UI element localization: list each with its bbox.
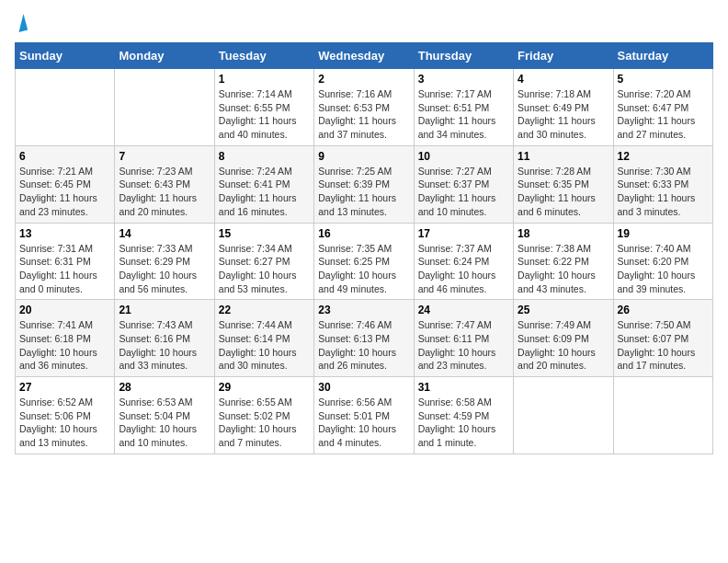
day-info: Sunrise: 7:27 AM Sunset: 6:37 PM Dayligh… — [418, 165, 509, 219]
day-number: 14 — [119, 227, 210, 240]
calendar-cell: 27Sunrise: 6:52 AM Sunset: 5:06 PM Dayli… — [16, 377, 115, 454]
calendar-cell — [613, 377, 712, 454]
day-number: 18 — [518, 227, 609, 240]
day-info: Sunrise: 7:35 AM Sunset: 6:25 PM Dayligh… — [318, 242, 409, 296]
calendar-cell: 15Sunrise: 7:34 AM Sunset: 6:27 PM Dayli… — [214, 223, 313, 300]
day-number: 10 — [418, 150, 509, 163]
calendar-cell: 16Sunrise: 7:35 AM Sunset: 6:25 PM Dayli… — [314, 223, 414, 300]
day-info: Sunrise: 6:56 AM Sunset: 5:01 PM Dayligh… — [318, 396, 409, 450]
day-number: 4 — [518, 73, 609, 86]
day-number: 26 — [618, 304, 709, 316]
logo-text — [15, 15, 26, 31]
day-number: 1 — [219, 73, 310, 86]
day-info: Sunrise: 7:47 AM Sunset: 6:11 PM Dayligh… — [418, 318, 509, 373]
calendar-cell: 26Sunrise: 7:50 AM Sunset: 6:07 PM Dayli… — [613, 300, 712, 377]
day-info: Sunrise: 7:18 AM Sunset: 6:49 PM Dayligh… — [518, 87, 609, 142]
calendar-cell: 22Sunrise: 7:44 AM Sunset: 6:14 PM Dayli… — [214, 300, 313, 377]
day-info: Sunrise: 6:53 AM Sunset: 5:04 PM Dayligh… — [119, 396, 210, 450]
day-info: Sunrise: 7:37 AM Sunset: 6:24 PM Dayligh… — [418, 242, 509, 296]
day-info: Sunrise: 7:24 AM Sunset: 6:41 PM Dayligh… — [219, 165, 310, 219]
calendar-cell: 11Sunrise: 7:28 AM Sunset: 6:35 PM Dayli… — [514, 145, 613, 223]
day-info: Sunrise: 7:16 AM Sunset: 6:53 PM Dayligh… — [318, 87, 409, 142]
calendar-week-row: 27Sunrise: 6:52 AM Sunset: 5:06 PM Dayli… — [16, 377, 713, 454]
calendar-cell: 13Sunrise: 7:31 AM Sunset: 6:31 PM Dayli… — [16, 223, 115, 300]
calendar-cell: 19Sunrise: 7:40 AM Sunset: 6:20 PM Dayli… — [613, 223, 712, 300]
day-info: Sunrise: 7:50 AM Sunset: 6:07 PM Dayligh… — [618, 318, 709, 373]
calendar-table: SundayMondayTuesdayWednesdayThursdayFrid… — [15, 42, 713, 454]
day-number: 13 — [19, 227, 110, 240]
calendar-cell: 7Sunrise: 7:23 AM Sunset: 6:43 PM Daylig… — [115, 145, 214, 223]
day-number: 29 — [219, 381, 310, 394]
day-info: Sunrise: 6:55 AM Sunset: 5:02 PM Dayligh… — [219, 396, 310, 450]
weekday-header: Tuesday — [214, 43, 313, 69]
day-number: 27 — [19, 381, 110, 394]
calendar-cell: 18Sunrise: 7:38 AM Sunset: 6:22 PM Dayli… — [514, 223, 613, 300]
day-number: 3 — [418, 73, 509, 86]
day-number: 7 — [119, 150, 210, 163]
day-number: 28 — [119, 381, 210, 394]
calendar-cell: 1Sunrise: 7:14 AM Sunset: 6:55 PM Daylig… — [214, 69, 313, 146]
calendar-cell: 29Sunrise: 6:55 AM Sunset: 5:02 PM Dayli… — [214, 377, 313, 454]
day-info: Sunrise: 7:38 AM Sunset: 6:22 PM Dayligh… — [518, 242, 609, 296]
calendar-cell — [115, 69, 214, 146]
day-info: Sunrise: 7:21 AM Sunset: 6:45 PM Dayligh… — [19, 165, 110, 219]
weekday-header: Sunday — [16, 43, 115, 69]
calendar-cell: 4Sunrise: 7:18 AM Sunset: 6:49 PM Daylig… — [514, 69, 613, 146]
calendar-cell: 8Sunrise: 7:24 AM Sunset: 6:41 PM Daylig… — [214, 145, 313, 223]
calendar-cell: 21Sunrise: 7:43 AM Sunset: 6:16 PM Dayli… — [115, 300, 214, 377]
day-number: 30 — [318, 381, 409, 394]
calendar-cell: 28Sunrise: 6:53 AM Sunset: 5:04 PM Dayli… — [115, 377, 214, 454]
day-number: 12 — [618, 150, 709, 163]
calendar-cell: 10Sunrise: 7:27 AM Sunset: 6:37 PM Dayli… — [414, 145, 513, 223]
calendar-cell: 24Sunrise: 7:47 AM Sunset: 6:11 PM Dayli… — [414, 300, 513, 377]
day-info: Sunrise: 7:14 AM Sunset: 6:55 PM Dayligh… — [219, 87, 310, 142]
logo — [15, 15, 26, 31]
weekday-header: Saturday — [613, 43, 712, 69]
day-info: Sunrise: 7:23 AM Sunset: 6:43 PM Dayligh… — [119, 165, 210, 219]
day-info: Sunrise: 7:25 AM Sunset: 6:39 PM Dayligh… — [318, 165, 409, 219]
day-info: Sunrise: 7:33 AM Sunset: 6:29 PM Dayligh… — [119, 242, 210, 296]
calendar-week-row: 6Sunrise: 7:21 AM Sunset: 6:45 PM Daylig… — [16, 145, 713, 223]
day-number: 17 — [418, 227, 509, 240]
weekday-header: Thursday — [414, 43, 513, 69]
calendar-week-row: 20Sunrise: 7:41 AM Sunset: 6:18 PM Dayli… — [16, 300, 713, 377]
day-info: Sunrise: 6:52 AM Sunset: 5:06 PM Dayligh… — [19, 396, 110, 450]
day-number: 6 — [19, 150, 110, 163]
calendar-cell: 25Sunrise: 7:49 AM Sunset: 6:09 PM Dayli… — [514, 300, 613, 377]
day-info: Sunrise: 7:46 AM Sunset: 6:13 PM Dayligh… — [318, 318, 409, 373]
day-info: Sunrise: 7:43 AM Sunset: 6:16 PM Dayligh… — [119, 318, 210, 373]
calendar-header-row: SundayMondayTuesdayWednesdayThursdayFrid… — [16, 43, 713, 69]
day-info: Sunrise: 7:49 AM Sunset: 6:09 PM Dayligh… — [518, 318, 609, 373]
calendar-body: 1Sunrise: 7:14 AM Sunset: 6:55 PM Daylig… — [16, 69, 713, 454]
calendar-cell: 6Sunrise: 7:21 AM Sunset: 6:45 PM Daylig… — [16, 145, 115, 223]
logo-arrow-icon — [15, 14, 28, 32]
calendar-week-row: 13Sunrise: 7:31 AM Sunset: 6:31 PM Dayli… — [16, 223, 713, 300]
calendar-cell: 20Sunrise: 7:41 AM Sunset: 6:18 PM Dayli… — [16, 300, 115, 377]
day-info: Sunrise: 7:30 AM Sunset: 6:33 PM Dayligh… — [618, 165, 709, 219]
calendar-week-row: 1Sunrise: 7:14 AM Sunset: 6:55 PM Daylig… — [16, 69, 713, 146]
weekday-header: Wednesday — [314, 43, 414, 69]
day-number: 2 — [318, 73, 409, 86]
calendar-cell — [514, 377, 613, 454]
day-number: 21 — [119, 304, 210, 316]
day-info: Sunrise: 7:31 AM Sunset: 6:31 PM Dayligh… — [19, 242, 110, 296]
day-number: 5 — [618, 73, 709, 86]
day-info: Sunrise: 7:44 AM Sunset: 6:14 PM Dayligh… — [219, 318, 310, 373]
day-number: 23 — [318, 304, 409, 316]
day-info: Sunrise: 7:41 AM Sunset: 6:18 PM Dayligh… — [19, 318, 110, 373]
day-info: Sunrise: 7:17 AM Sunset: 6:51 PM Dayligh… — [418, 87, 509, 142]
day-info: Sunrise: 7:20 AM Sunset: 6:47 PM Dayligh… — [618, 87, 709, 142]
day-number: 15 — [219, 227, 310, 240]
calendar-cell — [16, 69, 115, 146]
day-number: 25 — [518, 304, 609, 316]
day-number: 8 — [219, 150, 310, 163]
calendar-cell: 30Sunrise: 6:56 AM Sunset: 5:01 PM Dayli… — [314, 377, 414, 454]
day-info: Sunrise: 7:34 AM Sunset: 6:27 PM Dayligh… — [219, 242, 310, 296]
calendar-cell: 31Sunrise: 6:58 AM Sunset: 4:59 PM Dayli… — [414, 377, 513, 454]
day-number: 9 — [318, 150, 409, 163]
page-header — [15, 15, 713, 31]
calendar-cell: 14Sunrise: 7:33 AM Sunset: 6:29 PM Dayli… — [115, 223, 214, 300]
calendar-cell: 3Sunrise: 7:17 AM Sunset: 6:51 PM Daylig… — [414, 69, 513, 146]
day-info: Sunrise: 7:40 AM Sunset: 6:20 PM Dayligh… — [618, 242, 709, 296]
day-number: 31 — [418, 381, 509, 394]
